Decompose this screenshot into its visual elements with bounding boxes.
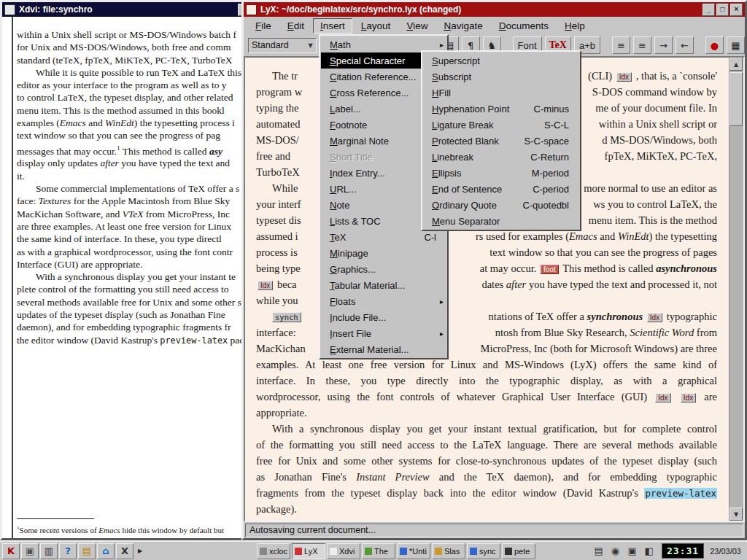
index-inset-badge: Idx — [616, 72, 632, 82]
task-button-slas[interactable]: Slas — [432, 543, 465, 559]
task-button-unti[interactable]: *Unti — [397, 543, 430, 559]
enumerate-icon[interactable]: ≡ — [612, 36, 630, 54]
menu-item-menu-separator[interactable]: Menu Separator — [423, 213, 579, 229]
power-icon[interactable]: ◉ — [608, 543, 623, 559]
toolbox-icon[interactable]: ▤ — [78, 543, 96, 559]
vertical-scrollbar[interactable]: ▲ ▼ — [729, 58, 743, 521]
scrollbar-thumb[interactable] — [729, 72, 743, 126]
menu-item-subscript[interactable]: Subscript — [423, 69, 579, 85]
footnote-red-icon[interactable]: ● — [705, 36, 724, 54]
dvi-text-line: text window so that you can see the prog… — [17, 129, 249, 141]
xdvi-titlebar[interactable]: Xdvi: file:synchro × — [2, 2, 252, 17]
submenu-arrow-icon: ▸ — [436, 41, 444, 49]
taskbar: K▣▥?▤⌂X ▶ xclocLyXXdviThe*UntiSlassyncpe… — [0, 540, 747, 560]
dvi-text-line: menu item. This is the method assumed in… — [17, 104, 249, 117]
k-menu-button[interactable]: K — [2, 543, 20, 559]
system-tray: ▤◉▣◧ — [591, 543, 657, 559]
task-button-the[interactable]: The — [362, 543, 395, 559]
menu-navigate[interactable]: Navigate — [436, 18, 489, 34]
task-button-pete[interactable]: pete — [502, 543, 535, 559]
lyx-titlebar[interactable]: LyX: ~/doc/beginlatex/src/synchro.lyx (c… — [244, 2, 745, 17]
home-folder-icon[interactable]: ⌂ — [97, 543, 115, 559]
menu-item-tabular-material[interactable]: Tabular Material... — [321, 277, 446, 293]
dvi-text-line: messages that may occur.1 This method is… — [17, 142, 249, 158]
paragraph-style-combo[interactable]: Standard ▼ — [248, 38, 317, 53]
lyx-window-title: LyX: ~/doc/beginlatex/src/synchro.lyx (c… — [260, 4, 701, 15]
minimize-button[interactable]: _ — [703, 4, 715, 16]
menu-documents[interactable]: Documents — [492, 18, 556, 34]
dvi-text-line: plete control of the formatting you stil… — [17, 283, 249, 295]
menu-layout[interactable]: Layout — [354, 18, 398, 34]
xterm-icon[interactable]: X — [116, 543, 133, 559]
display-icon[interactable]: ▣ — [624, 543, 640, 559]
decrease-depth-icon[interactable]: ← — [676, 36, 694, 54]
dvi-text-line: are three examples. At least one free ve… — [17, 220, 249, 233]
dvi-text-line: several methods available free for Unix … — [17, 296, 249, 308]
dvi-text-line: Some commercial implementations of TeX o… — [17, 182, 249, 195]
dvi-text-line: standard (teTeX, fpTeX, MiKTeX, PC-TeX, … — [17, 54, 249, 66]
dvi-text-line: updates of the typeset display (such as … — [17, 308, 249, 321]
menu-item-ligature-break[interactable]: Ligature BreakS-C-L — [423, 117, 579, 133]
tray-applet-icon[interactable]: ◧ — [641, 543, 657, 559]
menu-item-hyphenation-point[interactable]: Hyphenation PointC-minus — [423, 101, 579, 117]
scroll-up-button[interactable]: ▲ — [729, 58, 743, 71]
dvi-page[interactable]: within a Unix shell script or MS-DOS/Win… — [2, 17, 252, 538]
dvi-text-line: Interface (GUI) are appropriate. — [17, 258, 249, 271]
paragraph-style-value: Standard — [252, 40, 289, 50]
page-left-rule — [12, 17, 13, 538]
help-icon[interactable]: ? — [59, 543, 77, 559]
maximize-button[interactable]: □ — [716, 4, 729, 16]
label-inset-badge: synch — [272, 312, 301, 322]
menu-item-graphics[interactable]: Graphics... — [321, 261, 446, 277]
menu-item-ellipsis[interactable]: EllipsisM-period — [423, 165, 579, 181]
menu-shortcut: S-C-space — [525, 136, 569, 147]
menu-item-external-material[interactable]: External Material... — [321, 341, 446, 357]
menu-shortcut: C-Return — [530, 152, 569, 163]
clipboard-icon[interactable]: ▤ — [591, 543, 606, 559]
task-app-icon — [400, 548, 407, 555]
menu-item-tex[interactable]: TeXC-l — [321, 229, 446, 245]
itemize-icon[interactable]: ≡ — [633, 36, 651, 54]
close-button[interactable]: × — [730, 4, 743, 16]
menu-item-superscript[interactable]: Superscript — [423, 52, 579, 69]
menu-help[interactable]: Help — [557, 18, 592, 34]
task-button-xcloc[interactable]: xcloc — [257, 543, 290, 559]
dvi-text-line: display only updates after you have type… — [17, 157, 249, 169]
menu-file[interactable]: File — [248, 18, 279, 34]
menu-item-hfill[interactable]: HFill — [423, 85, 579, 101]
task-button-lyx[interactable]: LyX — [292, 543, 325, 559]
menu-item-insert-file[interactable]: Insert File▸ — [321, 325, 446, 341]
panel-arrow-icon[interactable]: ▶ — [136, 543, 144, 559]
menu-shortcut: S-C-L — [544, 120, 569, 131]
dvi-text-line: as with a graphical wordprocessor, using… — [17, 246, 249, 258]
menu-item-floats[interactable]: Floats▸ — [321, 293, 446, 309]
menu-item-ordinary-quote[interactable]: Ordinary QuoteC-quotedbl — [423, 197, 579, 213]
clock[interactable]: 23:31 — [662, 543, 704, 559]
doc-line: as Jonathan Fine's Instant Preview and t… — [256, 469, 717, 485]
dvi-text-line: it. — [17, 170, 249, 182]
doc-line: With a synchronous display you get your … — [256, 421, 717, 437]
menu-item-minipage[interactable]: Minipage — [321, 245, 446, 261]
index-inset-badge: Idx — [258, 281, 273, 290]
dvi-text-line: MacKichan Software, and VTeX from MicroP… — [17, 208, 249, 220]
menu-shortcut: C-minus — [534, 104, 569, 114]
increase-depth-icon[interactable]: → — [654, 36, 673, 54]
task-app-icon — [260, 548, 267, 555]
menu-edit[interactable]: Edit — [280, 18, 311, 34]
table-icon[interactable]: ▦ — [727, 36, 745, 54]
window-list-icon[interactable]: ▣ — [21, 543, 39, 559]
launcher-icons: K▣▥?▤⌂X — [2, 543, 133, 559]
menu-view[interactable]: View — [399, 18, 435, 34]
menu-insert[interactable]: Insert — [313, 18, 352, 34]
task-button-sync[interactable]: sync — [467, 543, 500, 559]
terminal-icon[interactable]: ▥ — [40, 543, 58, 559]
index-inset-badge: Idx — [655, 393, 670, 402]
menu-item-linebreak[interactable]: LinebreakC-Return — [423, 149, 579, 165]
menu-item-protected-blank[interactable]: Protected BlankS-C-space — [423, 133, 579, 149]
scroll-down-button[interactable]: ▼ — [729, 508, 743, 521]
menu-item-end-of-sentence[interactable]: End of SentenceC-period — [423, 181, 579, 197]
doc-line: free for Unix and some other systems for… — [256, 453, 717, 469]
task-button-xdvi[interactable]: Xdvi — [327, 543, 360, 559]
date[interactable]: 23/03/03 — [710, 547, 741, 556]
menu-item-include-file[interactable]: Include File... — [321, 309, 446, 325]
